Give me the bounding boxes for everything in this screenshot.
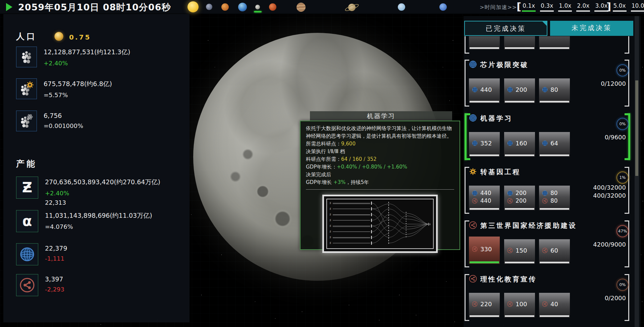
tier-box-1[interactable]: 440 — [469, 78, 500, 103]
speed-1.0x[interactable]: 1.0x — [558, 2, 572, 12]
uranus-icon[interactable] — [398, 3, 405, 11]
progress-badge: 0% — [616, 118, 629, 130]
game-date: 2059年05月10日 08时10分06秒 — [18, 1, 171, 13]
tab-completed-decisions[interactable]: 已完成决策 — [464, 21, 547, 36]
tier-box-2[interactable]: 200 200 — [504, 186, 535, 210]
coin-icon — [54, 32, 63, 41]
alpha-row: α 11,031,143,898,696(约11.03万亿) =4.076% — [16, 210, 152, 232]
speed-0.3x[interactable]: 0.3x — [540, 2, 554, 12]
speed-10.0x[interactable]: 10.0x — [631, 2, 644, 12]
industrial-population-icon[interactable] — [16, 78, 37, 99]
card-title: 第三世界国家经济援助建设 — [480, 221, 577, 230]
tier-box-3[interactable]: 80 80 — [539, 186, 570, 210]
tier-box[interactable] — [504, 36, 535, 50]
industrial-population-row: 675,578,478(约6.8亿) =5.57% — [16, 78, 112, 99]
progress-badge: 0% — [616, 279, 629, 291]
tier-box-2[interactable]: 100 — [504, 293, 535, 318]
decision-card-list: 芯片极限突破 0% 0/12000 440 200 80 机器学习 0% 0/9… — [464, 36, 641, 327]
card-bracket-left — [465, 220, 466, 267]
tier-box-1[interactable]: 352 — [469, 132, 500, 157]
tier-box[interactable] — [539, 36, 570, 50]
jupiter-icon[interactable] — [297, 3, 306, 12]
influence-delta: -2,293 — [45, 286, 64, 293]
scrollbar-thumb[interactable] — [635, 80, 638, 176]
decision-card-rational-education[interactable]: 理性化教育宣传 0% 0/2000 220 100 40 — [464, 274, 641, 321]
gdp-row: Ƶ 270,636,503,893,420(约270.64万亿) +2.40% … — [16, 177, 160, 206]
tier-box-1-active[interactable]: 330 — [469, 237, 500, 264]
progress-badge: 47% — [616, 225, 629, 237]
mercury-icon[interactable] — [206, 4, 212, 10]
card-bracket-left — [465, 113, 467, 160]
play-icon[interactable] — [6, 3, 12, 11]
svg-text:5: 5 — [329, 236, 331, 239]
research-points-row: 22,379 -1,111 — [16, 243, 67, 265]
research-population-icon[interactable] — [16, 111, 37, 131]
decision-panel: 已完成决策 未完成决策 芯片极限突破 0% 0/12000 440 200 80 — [464, 16, 641, 327]
decision-card-third-world-aid[interactable]: 第三世界国家经济援助建设 47% 4200/9000 330 150 60 — [464, 220, 641, 267]
population-group-icon[interactable] — [16, 47, 37, 67]
card-title: 机器学习 — [480, 114, 513, 123]
card-progress-total: 0/9600 — [605, 133, 626, 141]
stats-panel: 人口 0.75 12,128,877,531(约121.3亿) +2.40% 6… — [3, 14, 190, 322]
decision-card-gmo-engineering[interactable]: 转基因工程 1% 400/32000 400/32000 440 440 200… — [464, 167, 641, 214]
card-bracket-right — [628, 220, 629, 267]
card-bracket-right — [628, 60, 629, 107]
neptune-icon[interactable] — [439, 3, 447, 11]
speed-5.0x[interactable]: 5.0x — [613, 2, 627, 12]
earth-icon[interactable] — [238, 3, 247, 11]
globe-icon — [469, 114, 477, 122]
tab-incomplete-decisions[interactable]: 未完成决策 — [550, 21, 633, 36]
tier-box-1[interactable]: 220 — [469, 293, 500, 318]
gear-icon — [469, 168, 477, 176]
gdp-value: 270,636,503,893,420(约270.64万亿) — [45, 178, 160, 187]
tooltip-description: 依托于大数据和优化改进的神经网络学习算法，让计算机模仿生物神经网络的思考学习逻辑… — [306, 125, 454, 140]
time-accel-label: >时间加速>> — [480, 4, 517, 11]
venus-icon[interactable] — [221, 3, 229, 11]
tooltip-gdp-line: GDP年增长：+0.40% / +0.80% / +1.60% — [306, 163, 454, 171]
tooltip-yearly-line: 科研点年所需：64 / 160 / 352 — [306, 155, 454, 163]
svg-text:5: 5 — [329, 202, 331, 205]
influence-share-icon[interactable] — [16, 274, 38, 296]
globe-icon — [469, 60, 477, 68]
progress-badge: 0% — [616, 64, 629, 76]
speed-2.0x[interactable]: 2.0x — [576, 2, 590, 12]
industrial-population-value: 675,578,478(约6.8亿) — [44, 80, 112, 88]
tier-box[interactable] — [469, 36, 500, 50]
card-progress-total: 0/2000 — [605, 294, 626, 302]
share-icon — [469, 221, 477, 229]
moon-icon[interactable] — [255, 5, 260, 9]
sun-icon[interactable] — [187, 1, 199, 12]
tier-box-3[interactable]: 64 — [539, 132, 570, 157]
speed-0.1x[interactable]: 0.1x — [522, 2, 536, 12]
tier-box-2[interactable]: 200 — [504, 78, 535, 103]
svg-text:5: 5 — [329, 242, 331, 245]
research-points-value: 22,379 — [45, 245, 67, 252]
svg-text:5: 5 — [329, 219, 331, 222]
currency-icon[interactable]: Ƶ — [16, 177, 38, 199]
card-bracket-right — [628, 113, 630, 160]
tooltip-after-line: 决策完成后 — [306, 171, 454, 179]
tier-box-1[interactable]: 440 440 — [469, 186, 500, 210]
tier-box-2[interactable]: 150 — [504, 239, 535, 264]
tier-box-2[interactable]: 160 — [504, 132, 535, 157]
research-globe-icon[interactable] — [16, 243, 38, 265]
svg-text:5: 5 — [329, 230, 331, 233]
svg-text:5: 5 — [329, 207, 331, 210]
tier-box-3[interactable]: 80 — [539, 78, 570, 103]
research-population-row: 6,756 =0.001000% — [16, 111, 83, 131]
decision-card-chip-limit[interactable]: 芯片极限突破 0% 0/12000 440 200 80 — [464, 60, 641, 107]
tooltip-title: 机器学习 — [310, 111, 452, 121]
population-total-row: 12,128,877,531(约121.3亿) +2.40% — [16, 47, 130, 67]
card-bracket-right — [628, 167, 629, 214]
tier-box-3[interactable]: 40 — [539, 293, 570, 318]
population-delta: +2.40% — [44, 60, 130, 67]
speed-selector: 0.1x 0.3x 1.0x 2.0x 3.0x 5.0x 10.0x — [522, 2, 644, 12]
alpha-icon[interactable]: α — [16, 210, 38, 232]
tier-box-3[interactable]: 60 — [539, 239, 570, 264]
tooltip-tier-line: 决策执行 Ⅰ/Ⅱ/Ⅲ 档 — [306, 148, 454, 155]
neural-network-image: 5555 5555 — [322, 195, 438, 253]
card-title: 芯片极限突破 — [480, 60, 529, 69]
card-progress-total: 4200/9000 — [593, 241, 626, 249]
mars-icon[interactable] — [269, 3, 276, 11]
decision-card-machine-learning[interactable]: 机器学习 0% 0/9600 352 160 64 — [464, 113, 641, 160]
